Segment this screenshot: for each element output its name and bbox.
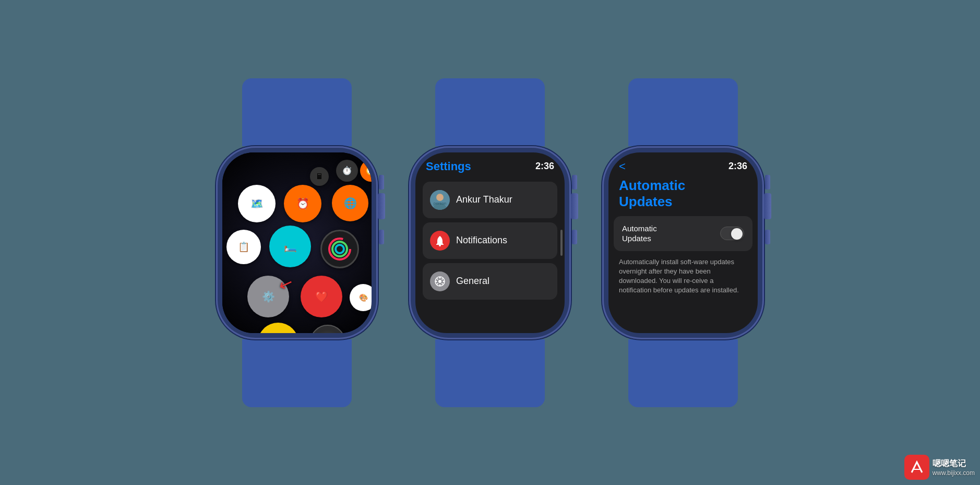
toggle-knob bbox=[731, 228, 743, 240]
settings-header: Settings 2:36 bbox=[415, 152, 565, 178]
updates-description: Automatically install soft-ware updates … bbox=[608, 251, 758, 333]
svg-point-21 bbox=[436, 280, 437, 282]
app-grid: 🖩 ⏱️ 🧭 🗺️ ⏰ 🌐 📋 🛏️ bbox=[222, 152, 372, 333]
settings-item-general[interactable]: General bbox=[423, 263, 557, 300]
automatic-updates-row[interactable]: AutomaticUpdates bbox=[614, 216, 752, 251]
watch-band-bottom-2 bbox=[435, 339, 545, 407]
watch-body-1: 🖩 ⏱️ 🧭 🗺️ ⏰ 🌐 📋 🛏️ bbox=[216, 146, 378, 339]
dial-app-icon[interactable] bbox=[310, 325, 345, 333]
svg-point-25 bbox=[437, 283, 438, 284]
watch-crown-1 bbox=[378, 193, 385, 219]
svg-point-24 bbox=[441, 278, 443, 279]
back-button[interactable]: < bbox=[619, 160, 626, 173]
svg-point-22 bbox=[443, 280, 445, 282]
watch-crown-2 bbox=[571, 193, 578, 219]
profile-avatar: person bbox=[430, 190, 450, 210]
notifications-icon bbox=[430, 231, 450, 251]
svg-point-14 bbox=[437, 194, 443, 200]
updates-header: < 2:36 bbox=[608, 152, 758, 175]
reminders-app-icon[interactable]: 📋 bbox=[226, 230, 261, 264]
auto-updates-toggle[interactable] bbox=[720, 227, 744, 240]
general-label: General bbox=[456, 276, 489, 287]
settings-title: Settings bbox=[426, 160, 471, 173]
notifications-label: Notifications bbox=[456, 235, 507, 246]
watch-btn-top-2 bbox=[572, 175, 577, 190]
watch-btn-bottom-1 bbox=[379, 230, 384, 244]
compass-icon: 🧭 bbox=[360, 160, 372, 182]
svg-point-16 bbox=[439, 244, 441, 246]
watch-screen-3: < 2:36 AutomaticUpdates AutomaticUpdates… bbox=[608, 152, 758, 333]
watch-band-top-3 bbox=[628, 78, 738, 146]
world-clock-app-icon[interactable]: 🌐 bbox=[332, 185, 368, 221]
watermark-url: www.bijixx.com bbox=[933, 469, 975, 477]
svg-point-2 bbox=[336, 245, 344, 253]
watermark-text: 嗯嗯笔记 www.bijixx.com bbox=[933, 458, 975, 477]
settings-item-notifications[interactable]: Notifications bbox=[423, 222, 557, 259]
watch-btn-top-1 bbox=[379, 175, 384, 190]
maps-app-icon[interactable]: 🗺️ bbox=[238, 185, 276, 222]
calc-icon: 🖩 bbox=[310, 167, 329, 186]
watch-btn-top-3 bbox=[765, 175, 770, 190]
watch-btn-bottom-3 bbox=[765, 230, 770, 244]
watch-band-bottom-1 bbox=[242, 339, 352, 407]
activity-app-icon[interactable] bbox=[320, 230, 359, 268]
watch-2: Settings 2:36 bbox=[409, 78, 571, 407]
toggle-label: AutomaticUpdates bbox=[622, 223, 657, 244]
stopwatch-icon: ⏱️ bbox=[336, 160, 358, 182]
watch-screen-2: Settings 2:36 bbox=[415, 152, 565, 333]
updates-time: 2:36 bbox=[728, 161, 747, 172]
svg-point-23 bbox=[437, 278, 438, 279]
watch-band-bottom-3 bbox=[628, 339, 738, 407]
profile-name: Ankur Thakur bbox=[456, 194, 512, 205]
svg-point-20 bbox=[439, 284, 441, 286]
clock-app-icon[interactable]: ⏰ bbox=[284, 185, 321, 222]
watch-1: 🖩 ⏱️ 🧭 🗺️ ⏰ 🌐 📋 🛏️ bbox=[216, 78, 378, 407]
watch-btn-bottom-2 bbox=[572, 230, 577, 244]
watermark-logo bbox=[904, 455, 929, 480]
watch-band-top-1 bbox=[242, 78, 352, 146]
general-icon bbox=[430, 271, 450, 291]
settings-list: person Ankur Thakur bbox=[415, 178, 565, 333]
watch-crown-3 bbox=[764, 193, 771, 219]
scroll-indicator bbox=[560, 230, 563, 256]
heart-rate-app-icon[interactable]: ❤️ bbox=[301, 276, 342, 317]
settings-time: 2:36 bbox=[535, 161, 554, 172]
svg-text:person: person bbox=[434, 201, 446, 206]
sleep-app-icon[interactable]: 🛏️ bbox=[269, 226, 311, 267]
watch-case-3: < 2:36 AutomaticUpdates AutomaticUpdates… bbox=[602, 146, 764, 339]
updates-page-title: AutomaticUpdates bbox=[608, 175, 758, 216]
watch-3: < 2:36 AutomaticUpdates AutomaticUpdates… bbox=[602, 78, 764, 407]
watch-face-app-icon[interactable]: 🎨 bbox=[350, 284, 372, 311]
watch-case-2: Settings 2:36 bbox=[409, 146, 571, 339]
watch-body-3: < 2:36 AutomaticUpdates AutomaticUpdates… bbox=[602, 146, 764, 339]
watermark: 嗯嗯笔记 www.bijixx.com bbox=[904, 455, 975, 480]
hearing-app-icon[interactable]: 👂 bbox=[258, 323, 298, 333]
watch-body-2: Settings 2:36 bbox=[409, 146, 571, 339]
svg-point-19 bbox=[439, 277, 441, 278]
watch-case-1: 🖩 ⏱️ 🧭 🗺️ ⏰ 🌐 📋 🛏️ bbox=[216, 146, 378, 339]
settings-item-profile[interactable]: person Ankur Thakur bbox=[423, 182, 557, 218]
watermark-site-name: 嗯嗯笔记 bbox=[933, 458, 975, 469]
red-arrow-indicator: ↗ bbox=[276, 273, 295, 297]
svg-point-18 bbox=[438, 280, 441, 283]
watch-screen-1: 🖩 ⏱️ 🧭 🗺️ ⏰ 🌐 📋 🛏️ bbox=[222, 152, 372, 333]
watch-band-top-2 bbox=[435, 78, 545, 146]
svg-point-26 bbox=[441, 283, 443, 284]
